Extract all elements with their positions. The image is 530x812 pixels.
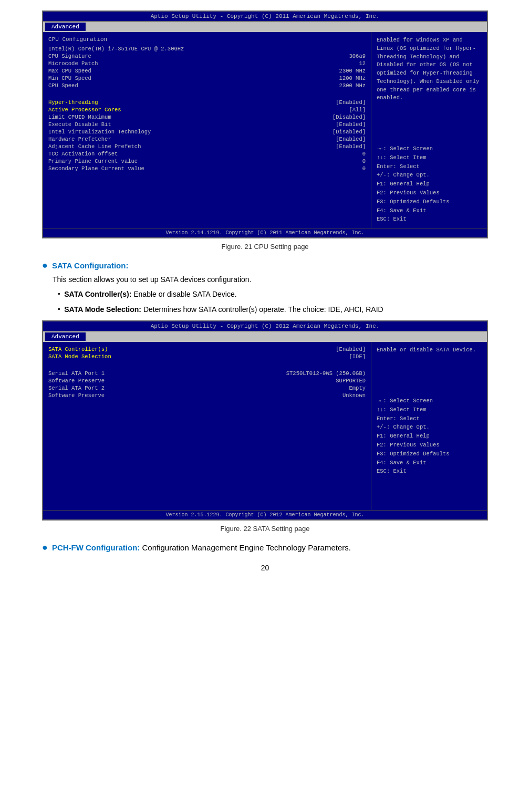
sata-section-title: SATA Configuration: — [52, 261, 129, 270]
hyper-value: [Enabled] — [336, 99, 366, 106]
sw-preserve-2-label: Software Preserve — [48, 392, 105, 399]
pch-title: PCH-FW Configuration: Configuration Mana… — [52, 543, 351, 552]
nav2-item-4: +/-: Change Opt. — [377, 423, 482, 432]
bios-row-limit-cpuid: Limit CPUID Maximum [Disabled] — [48, 114, 366, 120]
hw-prefetch-label: Hardware Prefetcher — [48, 136, 111, 142]
bios-row-cpu-sig: CPU Signature 306a9 — [48, 53, 366, 59]
active-proc-value: [All] — [349, 107, 366, 113]
bios-row-sata-port2: Serial ATA Port 2 Empty — [48, 385, 366, 391]
bios-row-sw-preserve-2: Software Preserve Unknown — [48, 392, 366, 399]
bios-row-cpu-speed: CPU Speed 2300 MHz — [48, 82, 366, 89]
pch-section: ● PCH-FW Configuration: Configuration Ma… — [42, 543, 488, 553]
nav2-item-5: F1: General Help — [377, 432, 482, 441]
bios-screen-2: Aptio Setup Utility - Copyright (C) 2012… — [42, 320, 488, 520]
nav-item-9: ESC: Exit — [377, 215, 482, 224]
sata-ctrl-value: [Enabled] — [336, 346, 366, 352]
sata-label-1: SATA Controller(s): — [64, 290, 131, 298]
bios-footer-1: Version 2.14.1219. Copyright (C) 2011 Am… — [43, 228, 487, 237]
max-cpu-label: Max CPU Speed — [48, 68, 91, 74]
sw-preserve-1-value: SUPPORTED — [336, 378, 366, 384]
bios-screen-1: Aptio Setup Utility - Copyright (C) 2011… — [42, 11, 488, 238]
secondary-plane-label: Secondary Plane Current value — [48, 165, 144, 172]
bios-row-max-cpu: Max CPU Speed 2300 MHz — [48, 68, 366, 74]
sata-port2-label: Serial ATA Port 2 — [48, 385, 105, 391]
hyper-label: Hyper-threading — [48, 99, 98, 106]
bios-sep-2 — [48, 362, 366, 368]
primary-plane-value: 0 — [362, 158, 366, 164]
bios-row-sata-port1: Serial ATA Port 1 ST250LT012-9WS (250.0G… — [48, 370, 366, 377]
sata-port1-value: ST250LT012-9WS (250.0GB) — [286, 370, 366, 377]
nav-item-4: +/-: Change Opt. — [377, 171, 482, 180]
bios-tab-advanced-1[interactable]: Advanced — [45, 23, 86, 31]
sata-ctrl-label: SATA Controller(s) — [48, 346, 108, 352]
nav2-item-9: ESC: Exit — [377, 467, 482, 476]
bios-right-desc-1: Enabled for Windows XP and Linux (OS opt… — [377, 36, 482, 102]
nav-item-7: F3: Optimized Defaults — [377, 197, 482, 206]
bios-main-1: CPU Configuration Intel(R) Core(TM) i7-3… — [43, 32, 487, 228]
sata-item-2: ▪ SATA Mode Selection: Determines how SA… — [58, 304, 488, 315]
sata-bullet-2: ▪ — [58, 305, 60, 315]
sata-section-desc: This section allows you to set up SATA d… — [53, 275, 488, 284]
bios-tab-advanced-2[interactable]: Advanced — [45, 332, 86, 341]
bios-row-hw-prefetch: Hardware Prefetcher [Enabled] — [48, 136, 366, 142]
limit-cpuid-label: Limit CPUID Maximum — [48, 114, 111, 120]
bios-row-exec-disable: Execute Disable Bit [Enabled] — [48, 121, 366, 128]
pch-colored-label: PCH-FW Configuration: — [52, 543, 140, 552]
bios-row-virt: Intel Virtualization Technology [Disable… — [48, 129, 366, 135]
bios-row-primary-plane: Primary Plane Current value 0 — [48, 158, 366, 164]
bios-row-tcc: TCC Activation offset 0 — [48, 151, 366, 157]
sata-bullet-dot: ● — [42, 260, 48, 271]
bios-row-microcode: Microcode Patch 12 — [48, 60, 366, 67]
sata-section-header: ● SATA Configuration: — [42, 261, 488, 271]
tcc-label: TCC Activation offset — [48, 151, 118, 157]
bios-right-2: Enable or disable SATA Device. →←: Selec… — [371, 342, 487, 510]
bios-row-hyper: Hyper-threading [Enabled] — [48, 99, 366, 106]
bios-sep-1 — [48, 91, 366, 97]
adj-cache-value: [Enabled] — [336, 143, 366, 150]
nav-item-2: ↑↓: Select Item — [377, 153, 482, 162]
figure-caption-2: Figure. 22 SATA Setting page — [42, 525, 488, 533]
bios-row-min-cpu: Min CPU Speed 1200 MHz — [48, 75, 366, 81]
bios-right-nav-2: →←: Select Screen ↑↓: Select Item Enter:… — [377, 397, 482, 476]
bios-title-2: Aptio Setup Utility - Copyright (C) 2012… — [43, 321, 487, 331]
nav2-item-2: ↑↓: Select Item — [377, 405, 482, 414]
bios-row-adj-cache: Adjacent Cache Line Prefetch [Enabled] — [48, 143, 366, 150]
bios-row-sw-preserve-1: Software Preserve SUPPORTED — [48, 378, 366, 384]
active-proc-label: Active Processor Cores — [48, 107, 121, 113]
sata-mode-label: SATA Mode Selection — [48, 353, 111, 360]
adj-cache-label: Adjacent Cache Line Prefetch — [48, 143, 141, 150]
bios-row-active-proc: Active Processor Cores [All] — [48, 107, 366, 113]
nav-item-1: →←: Select Screen — [377, 144, 482, 153]
bios-section-title-1: CPU Configuration — [48, 36, 366, 43]
bios-left-1: CPU Configuration Intel(R) Core(TM) i7-3… — [43, 32, 371, 228]
sata-bullet-1: ▪ — [58, 290, 60, 300]
pch-bullet-dot: ● — [42, 542, 48, 553]
nav-item-3: Enter: Select — [377, 162, 482, 171]
max-cpu-value: 2300 MHz — [339, 68, 366, 74]
sw-preserve-1-label: Software Preserve — [48, 378, 105, 384]
nav-item-6: F2: Previous Values — [377, 189, 482, 197]
bios-right-desc-2: Enable or disable SATA Device. — [377, 346, 482, 355]
limit-cpuid-value: [Disabled] — [332, 114, 366, 120]
nav-item-8: F4: Save & Exit — [377, 206, 482, 215]
sata-port2-value: Empty — [349, 385, 366, 391]
secondary-plane-value: 0 — [362, 165, 366, 172]
bios-right-1: Enabled for Windows XP and Linux (OS opt… — [371, 32, 487, 228]
nav-item-5: F1: General Help — [377, 180, 482, 189]
bios-main-2: SATA Controller(s) [Enabled] SATA Mode S… — [43, 342, 487, 510]
bios-left-2: SATA Controller(s) [Enabled] SATA Mode S… — [43, 342, 371, 510]
nav2-item-7: F3: Optimized Defaults — [377, 450, 482, 459]
hw-prefetch-value: [Enabled] — [336, 136, 366, 142]
bios-right-nav-1: →←: Select Screen ↑↓: Select Item Enter:… — [377, 144, 482, 224]
sata-desc-1: Enable or disable SATA Device. — [133, 290, 236, 298]
exec-disable-label: Execute Disable Bit — [48, 121, 111, 128]
cpu-sig-value: 306a9 — [349, 53, 366, 59]
nav2-item-6: F2: Previous Values — [377, 441, 482, 450]
min-cpu-value: 1200 MHz — [339, 75, 366, 81]
page-number: 20 — [42, 564, 488, 572]
bios-footer-2: Version 2.15.1229. Copyright (C) 2012 Am… — [43, 510, 487, 519]
bios-row-cpu-name: Intel(R) Core(TM) i7-3517UE CPU @ 2.30GH… — [48, 46, 366, 52]
tcc-value: 0 — [362, 151, 366, 157]
cpu-name-label: Intel(R) Core(TM) i7-3517UE CPU @ 2.30GH… — [48, 46, 184, 52]
bios-row-sata-mode: SATA Mode Selection [IDE] — [48, 353, 366, 360]
